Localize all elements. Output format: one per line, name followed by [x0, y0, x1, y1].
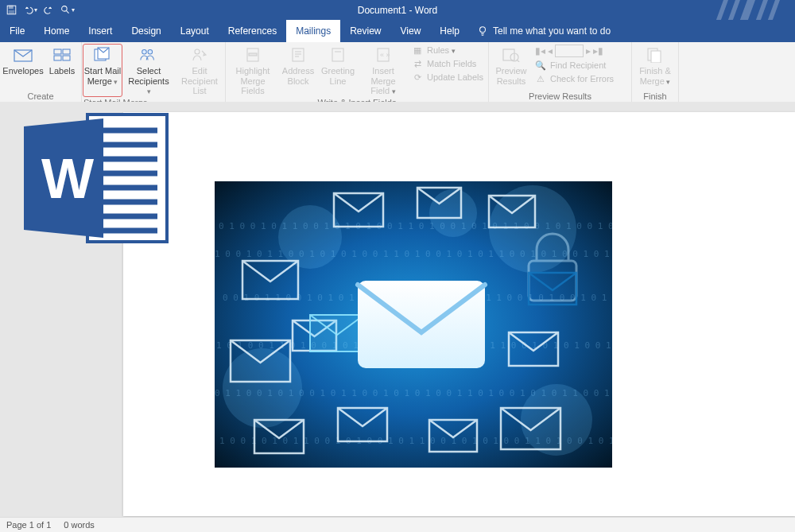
svg-point-9 — [480, 27, 486, 33]
svg-text:W: W — [41, 148, 94, 210]
touch-mode-icon[interactable]: ▾ — [60, 5, 75, 15]
insert-field-label-2: Field — [370, 86, 395, 96]
tab-insert[interactable]: Insert — [79, 20, 122, 42]
tab-mailings[interactable]: Mailings — [286, 20, 340, 42]
highlight-label-2: Merge Fields — [231, 76, 275, 96]
svg-rect-22 — [293, 49, 304, 61]
svg-rect-26 — [332, 49, 343, 61]
mail-merge-icon — [93, 45, 112, 64]
status-bar: Page 1 of 1 0 words — [0, 517, 795, 532]
tab-layout[interactable]: Layout — [171, 20, 219, 42]
document-title: Document1 - Word — [358, 5, 437, 16]
record-navigation: ▮◂ ◂ ▸ ▸▮ — [535, 45, 626, 57]
highlight-label-1: Highlight — [236, 66, 270, 76]
tab-help[interactable]: Help — [430, 20, 469, 42]
update-labels-button: ⟳Update Labels — [412, 72, 483, 83]
svg-point-18 — [148, 50, 153, 55]
svg-rect-14 — [63, 56, 70, 60]
find-recipient-button: 🔍Find Recipient — [535, 60, 626, 71]
svg-rect-13 — [54, 56, 61, 60]
last-record-icon: ▸▮ — [593, 45, 603, 56]
highlight-merge-fields-button: Highlight Merge Fields — [231, 45, 275, 96]
svg-line-32 — [517, 60, 520, 62]
quick-access-toolbar: ▾ ▾ — [0, 5, 75, 15]
preview-icon — [502, 45, 521, 64]
address-label-1: Address — [282, 66, 314, 76]
svg-point-19 — [195, 49, 200, 54]
finish-merge-button: Finish & Merge — [637, 45, 673, 86]
save-icon[interactable] — [6, 5, 17, 15]
lightbulb-icon — [477, 25, 488, 37]
undo-icon[interactable]: ▾ — [23, 5, 37, 15]
svg-text:« »: « » — [380, 51, 390, 59]
greeting-icon — [328, 45, 347, 64]
svg-rect-12 — [63, 49, 70, 54]
svg-rect-21 — [249, 53, 257, 56]
edit-recipient-label-1: Edit — [192, 66, 207, 76]
word-logo: W — [16, 107, 175, 250]
svg-rect-73 — [358, 281, 485, 368]
edit-recipient-list-button: Edit Recipient List — [176, 45, 223, 96]
recipients-icon — [139, 45, 158, 64]
start-mail-merge-label-2: Merge — [87, 76, 118, 87]
title-bar: ▾ ▾ Document1 - Word — [0, 0, 795, 20]
rules-button: ▦Rules — [412, 45, 483, 56]
svg-rect-6 — [740, 0, 755, 20]
tab-review[interactable]: Review — [340, 20, 390, 42]
envelopes-label: Envelopes — [2, 66, 43, 76]
envelopes-button[interactable]: Envelopes — [5, 45, 41, 76]
insert-merge-field-button: « » Insert Merge Field — [361, 45, 405, 96]
finish-icon — [646, 45, 665, 64]
start-mail-merge-button[interactable]: Start Mail Merge — [83, 45, 122, 96]
tabs-bar: File Home Insert Design Layout Reference… — [0, 20, 795, 42]
svg-point-57 — [429, 189, 477, 237]
select-recipients-label-1: Select — [137, 66, 161, 76]
find-icon: 🔍 — [535, 60, 546, 71]
group-preview-results: Preview Results ▮◂ ◂ ▸ ▸▮ 🔍Find Recipien… — [489, 42, 632, 102]
address-block-icon — [289, 45, 308, 64]
select-recipients-label-2: Recipients — [128, 76, 169, 96]
group-write-insert: Highlight Merge Fields Address Block Gre… — [226, 42, 489, 102]
tell-me[interactable]: Tell me what you want to do — [469, 20, 611, 42]
group-start-mail-merge: Start Mail Merge Select Recipients Edit … — [82, 42, 226, 102]
group-finish-label: Finish — [643, 90, 666, 102]
svg-rect-5 — [728, 0, 740, 20]
preview-results-button: Preview Results — [494, 45, 529, 86]
labels-label: Labels — [49, 66, 75, 76]
group-finish: Finish & Merge Finish — [632, 42, 679, 102]
preview-label-2: Results — [497, 76, 526, 87]
next-record-icon: ▸ — [586, 45, 591, 56]
address-label-2: Block — [288, 76, 309, 87]
select-recipients-button[interactable]: Select Recipients — [128, 45, 169, 96]
match-fields-button: ⇄Match Fields — [412, 58, 483, 69]
edit-recipient-icon — [190, 45, 209, 64]
tab-references[interactable]: References — [219, 20, 286, 42]
ribbon: Envelopes Labels Create Start Mail Merge… — [0, 42, 795, 103]
check-errors-button: ⚠Check for Errors — [535, 73, 626, 84]
document-inserted-image[interactable]: 0 1 0 0 1 0 1 1 0 0 1 0 1 0 1 0 0 1 1 0 … — [215, 181, 612, 468]
svg-point-56 — [521, 384, 592, 456]
tab-home[interactable]: Home — [34, 20, 79, 42]
svg-rect-2 — [9, 10, 14, 14]
status-words[interactable]: 0 words — [64, 520, 95, 530]
redo-icon[interactable] — [44, 5, 54, 15]
svg-rect-30 — [503, 49, 514, 60]
tab-view[interactable]: View — [391, 20, 431, 42]
insert-field-icon: « » — [374, 45, 393, 64]
group-create-label: Create — [27, 90, 53, 102]
svg-rect-11 — [54, 49, 61, 54]
labels-button[interactable]: Labels — [48, 45, 76, 76]
svg-point-3 — [62, 6, 68, 12]
group-preview-label: Preview Results — [529, 90, 591, 102]
status-page[interactable]: Page 1 of 1 — [6, 520, 51, 530]
decorative-shapes — [716, 0, 795, 20]
match-icon: ⇄ — [412, 58, 423, 69]
svg-rect-4 — [716, 0, 728, 20]
rules-icon: ▦ — [412, 45, 423, 56]
greeting-label-2: Line — [330, 76, 347, 87]
first-record-icon: ▮◂ — [535, 45, 545, 56]
tab-design[interactable]: Design — [122, 20, 170, 42]
prev-record-icon: ◂ — [548, 45, 553, 56]
address-block-button: Address Block — [281, 45, 315, 96]
tab-file[interactable]: File — [0, 20, 34, 42]
